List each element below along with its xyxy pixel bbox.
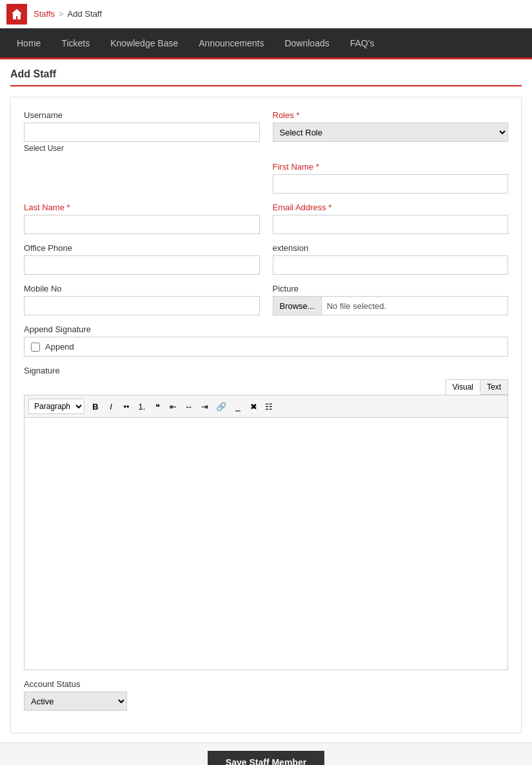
- append-signature-label: Append Signature: [24, 324, 508, 334]
- nav-faqs[interactable]: FAQ's: [340, 28, 385, 59]
- picture-label: Picture: [273, 284, 509, 293]
- nav-announcements[interactable]: Announcements: [188, 28, 274, 59]
- page-title: Add Staff: [10, 68, 522, 86]
- col-email: Email Address *: [273, 203, 509, 234]
- append-signature-section: Append Signature Append: [24, 324, 508, 357]
- breadcrumb-separator: >: [59, 9, 64, 19]
- align-center-button[interactable]: ↔: [181, 399, 196, 413]
- bold-button[interactable]: B: [88, 399, 103, 413]
- account-status-label: Account Status: [24, 679, 508, 689]
- align-right-button[interactable]: ⇥: [197, 399, 212, 413]
- mobile-no-label: Mobile No: [24, 284, 260, 293]
- text-tab[interactable]: Text: [480, 379, 508, 395]
- no-file-text: No file selected.: [322, 301, 392, 311]
- office-phone-input[interactable]: [24, 255, 260, 275]
- editor-wrapper: Paragraph B I •• 1. ❝ ⇤ ↔ ⇥ 🔗 ⎯ ✖ ☷: [24, 395, 508, 670]
- ordered-list-button[interactable]: 1.: [135, 399, 149, 413]
- align-left-button[interactable]: ⇤: [166, 399, 180, 413]
- browse-button[interactable]: Browse...: [273, 297, 322, 315]
- add-staff-form: Username Select User Roles * Select Role…: [10, 97, 522, 733]
- col-extension: extension: [273, 243, 509, 275]
- col-mobile: Mobile No: [24, 284, 260, 315]
- col-roles: Roles * Select Role: [273, 110, 509, 153]
- row-mobile-picture: Mobile No Picture Browse... No file sele…: [24, 284, 508, 315]
- horizontal-rule-button[interactable]: ⎯: [231, 399, 245, 413]
- row-lastname-email: Last Name * Email Address *: [24, 203, 508, 234]
- strikethrough-button[interactable]: ✖: [246, 399, 261, 413]
- file-input-wrapper: Browse... No file selected.: [273, 296, 509, 315]
- office-phone-label: Office Phone: [24, 243, 260, 253]
- append-checkbox-label: Append: [45, 342, 74, 352]
- col-last-name: Last Name *: [24, 203, 260, 234]
- append-checkbox-row: Append: [24, 337, 508, 357]
- col-office-phone: Office Phone: [24, 243, 260, 275]
- row-username-roles: Username Select User Roles * Select Role: [24, 110, 508, 153]
- logo-icon: [6, 4, 27, 25]
- signature-editor[interactable]: [25, 418, 507, 670]
- select-user-label: Select User: [24, 144, 260, 153]
- page-content: Add Staff Username Select User Roles * S…: [0, 59, 532, 742]
- link-button[interactable]: 🔗: [213, 399, 230, 413]
- col-first-name: First Name *: [273, 162, 509, 194]
- editor-toolbar: Paragraph B I •• 1. ❝ ⇤ ↔ ⇥ 🔗 ⎯ ✖ ☷: [25, 395, 507, 418]
- append-checkbox[interactable]: [31, 343, 40, 352]
- email-label: Email Address *: [273, 203, 509, 212]
- save-staff-button[interactable]: Save Staff Member: [208, 751, 324, 765]
- first-name-input[interactable]: [273, 174, 509, 194]
- main-nav: Home Tickets Knowledge Base Announcement…: [0, 28, 532, 59]
- row-phone-extension: Office Phone extension: [24, 243, 508, 275]
- top-bar: Staffs > Add Staff: [0, 0, 532, 28]
- visual-tab[interactable]: Visual: [446, 379, 480, 395]
- email-input[interactable]: [273, 215, 509, 234]
- save-bar: Save Staff Member: [0, 742, 532, 765]
- last-name-input[interactable]: [24, 215, 260, 234]
- italic-button[interactable]: I: [104, 399, 118, 413]
- roles-select[interactable]: Select Role: [273, 123, 509, 142]
- nav-downloads[interactable]: Downloads: [274, 28, 339, 59]
- col-picture: Picture Browse... No file selected.: [273, 284, 509, 315]
- paragraph-select[interactable]: Paragraph: [28, 399, 84, 414]
- roles-label: Roles *: [273, 110, 509, 120]
- signature-section: Signature Visual Text Paragraph B I •• 1…: [24, 366, 508, 670]
- staffs-link[interactable]: Staffs: [34, 9, 55, 19]
- nav-tickets[interactable]: Tickets: [51, 28, 100, 59]
- visual-text-tabs: Visual Text: [24, 379, 508, 395]
- row-firstname: First Name *: [24, 162, 508, 194]
- account-status-section: Account Status Active Inactive Disabled: [24, 679, 508, 711]
- signature-label: Signature: [24, 366, 508, 375]
- mobile-input[interactable]: [24, 296, 260, 315]
- username-label: Username: [24, 110, 260, 120]
- col-username: Username Select User: [24, 110, 260, 153]
- last-name-label: Last Name *: [24, 203, 260, 212]
- col-empty-1: [24, 162, 260, 194]
- unordered-list-button[interactable]: ••: [119, 399, 133, 413]
- blockquote-button[interactable]: ❝: [150, 399, 164, 413]
- breadcrumb-current: Add Staff: [68, 9, 102, 19]
- extension-label: extension: [273, 243, 509, 253]
- username-input[interactable]: [24, 123, 260, 142]
- extension-input[interactable]: [273, 255, 509, 275]
- breadcrumb: Staffs > Add Staff: [34, 9, 102, 19]
- table-button[interactable]: ☷: [262, 399, 276, 413]
- first-name-label: First Name *: [273, 162, 509, 172]
- nav-home[interactable]: Home: [6, 28, 51, 59]
- account-status-select[interactable]: Active Inactive Disabled: [24, 691, 127, 711]
- nav-knowledge-base[interactable]: Knowledge Base: [100, 28, 188, 59]
